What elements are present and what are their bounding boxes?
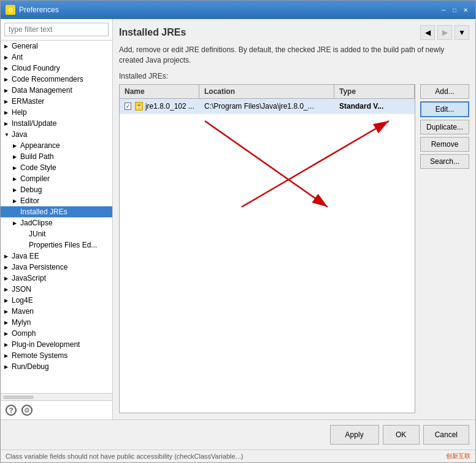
sidebar-item-java-persistence[interactable]: ▶ Java Persistence [1, 262, 112, 273]
expand-arrow: ▶ [4, 44, 10, 49]
sidebar-item-label: Editor [20, 196, 39, 205]
sidebar-item-install-update[interactable]: ▶ Install/Update [1, 118, 112, 129]
sidebar-item-ermaster[interactable]: ▶ ERMaster [1, 96, 112, 107]
sidebar-item-debug[interactable]: ▶ Debug [1, 184, 112, 195]
sidebar-item-ant[interactable]: ▶ Ant [1, 52, 112, 63]
expand-arrow: ▶ [13, 143, 19, 149]
col-header-name: Name [120, 85, 199, 98]
action-buttons: Add... Edit... Duplicate... Remove Searc… [420, 84, 469, 413]
title-bar: ⚙ Preferences ─ □ ✕ [1, 1, 475, 19]
section-label: Installed JREs: [119, 72, 469, 80]
sidebar-item-remote-systems[interactable]: ▶ Remote Systems [1, 350, 112, 361]
panel-description: Add, remove or edit JRE definitions. By … [119, 45, 469, 66]
sidebar-item-javascript[interactable]: ▶ JavaScript [1, 273, 112, 284]
preferences-window: ⚙ Preferences ─ □ ✕ ▶ General ▶ Ant [0, 0, 476, 463]
sidebar-item-general[interactable]: ▶ General [1, 41, 112, 52]
expand-arrow: ▶ [4, 353, 10, 359]
sidebar-item-junit[interactable]: JUnit [1, 228, 112, 239]
jre-checkbox[interactable] [125, 103, 131, 110]
forward-button[interactable]: ▶ [437, 25, 452, 40]
expand-arrow: ▶ [4, 254, 10, 259]
expand-arrow: ▶ [13, 176, 19, 182]
table-row[interactable]: ☕ jre1.8.0_102 ... C:\Program Files\Java… [120, 99, 415, 114]
cancel-button[interactable]: Cancel [423, 425, 469, 445]
expand-arrow [21, 231, 28, 237]
sidebar-item-label: Run/Debug [12, 362, 49, 371]
app-icon: ⚙ [6, 5, 15, 15]
status-bar: Class variable fields should not have pu… [1, 449, 475, 462]
expand-arrow: ▶ [4, 320, 10, 325]
maximize-button[interactable]: □ [450, 5, 459, 15]
horizontal-scrollbar-thumb[interactable] [3, 395, 34, 399]
minimize-button[interactable]: ─ [439, 5, 448, 15]
sidebar-item-installed-jres[interactable]: Installed JREs [1, 206, 112, 217]
expand-arrow: ▶ [4, 121, 10, 126]
sidebar-item-log4e[interactable]: ▶ Log4E [1, 295, 112, 306]
help-button[interactable]: ? [6, 405, 17, 416]
remove-button[interactable]: Remove [420, 137, 469, 152]
sidebar-item-properties-files[interactable]: Properties Files Ed... [1, 239, 112, 251]
sidebar-item-run-debug[interactable]: ▶ Run/Debug [1, 361, 112, 372]
sidebar-item-json[interactable]: ▶ JSON [1, 284, 112, 295]
sidebar-item-label: Installed JREs [20, 208, 67, 216]
apply-button[interactable]: Apply [330, 425, 379, 445]
jre-type: Standard V... [339, 102, 383, 111]
sidebar-item-java-ee[interactable]: ▶ Java EE [1, 251, 112, 262]
sidebar-item-help[interactable]: ▶ Help [1, 107, 112, 118]
search-button[interactable]: Search... [420, 154, 469, 169]
expand-arrow: ▶ [4, 99, 10, 104]
sidebar-item-java[interactable]: ▼ Java [1, 129, 112, 140]
expand-arrow: ▶ [13, 165, 19, 171]
col-header-type: Type [334, 85, 415, 98]
expand-arrow [21, 243, 28, 248]
jre-table: Name Location Type [119, 84, 415, 413]
panel-title: Installed JREs [119, 27, 186, 38]
sidebar-item-label: JSON [12, 285, 31, 294]
sidebar-item-label: Appearance [20, 141, 60, 150]
sidebar-scroll-indicator [1, 393, 112, 400]
duplicate-button[interactable]: Duplicate... [420, 120, 469, 134]
add-button[interactable]: Add... [420, 84, 469, 99]
nav-dropdown-button[interactable]: ▼ [455, 25, 469, 40]
expand-arrow: ▶ [4, 331, 10, 337]
back-button[interactable]: ◀ [420, 25, 435, 40]
expand-arrow: ▶ [13, 154, 19, 160]
sidebar-item-compiler[interactable]: ▶ Compiler [1, 173, 112, 184]
sidebar-item-label: General [12, 42, 38, 50]
sidebar-item-plugin-development[interactable]: ▶ Plug-in Development [1, 339, 112, 350]
sidebar-item-label: Maven [12, 307, 34, 316]
table-header: Name Location Type [120, 85, 415, 99]
sidebar-item-oomph[interactable]: ▶ Oomph [1, 328, 112, 339]
sidebar-item-code-style[interactable]: ▶ Code Style [1, 162, 112, 173]
sidebar-item-data-management[interactable]: ▶ Data Management [1, 85, 112, 96]
sidebar-item-label: Data Management [12, 86, 72, 95]
edit-button[interactable]: Edit... [420, 101, 469, 117]
sidebar-item-label: Install/Update [12, 119, 56, 128]
panel-header: Installed JREs ◀ ▶ ▼ [119, 25, 469, 40]
ok-button[interactable]: OK [383, 425, 420, 445]
sidebar-item-label: Oomph [12, 329, 36, 338]
close-button[interactable]: ✕ [461, 5, 470, 15]
status-text: Class variable fields should not have pu… [6, 453, 446, 460]
table-body: ☕ jre1.8.0_102 ... C:\Program Files\Java… [120, 99, 415, 413]
expand-arrow: ▶ [4, 88, 10, 93]
sidebar-item-label: Java [12, 130, 27, 139]
sidebar-item-appearance[interactable]: ▶ Appearance [1, 140, 112, 151]
sidebar-item-build-path[interactable]: ▶ Build Path [1, 151, 112, 162]
expand-arrow: ▶ [4, 55, 10, 60]
sidebar-item-mylyn[interactable]: ▶ Mylyn [1, 317, 112, 328]
preferences-button[interactable]: ⚙ [21, 405, 33, 416]
expand-arrow: ▶ [4, 265, 10, 270]
expand-arrow: ▶ [4, 66, 10, 71]
sidebar-item-jadclipse[interactable]: ▶ JadClipse [1, 217, 112, 228]
sidebar-item-cloud-foundry[interactable]: ▶ Cloud Foundry [1, 63, 112, 74]
sidebar-item-maven[interactable]: ▶ Maven [1, 306, 112, 317]
sidebar-item-label: Mylyn [12, 318, 31, 327]
search-input[interactable] [4, 23, 109, 36]
expand-arrow: ▶ [13, 187, 19, 193]
tree-area[interactable]: ▶ General ▶ Ant ▶ Cloud Foundry ▶ Code R… [1, 41, 112, 393]
sidebar-item-code-recommenders[interactable]: ▶ Code Recommenders [1, 74, 112, 85]
search-box [1, 19, 112, 41]
sidebar-item-editor[interactable]: ▶ Editor [1, 195, 112, 206]
sidebar-item-label: JadClipse [20, 219, 53, 227]
